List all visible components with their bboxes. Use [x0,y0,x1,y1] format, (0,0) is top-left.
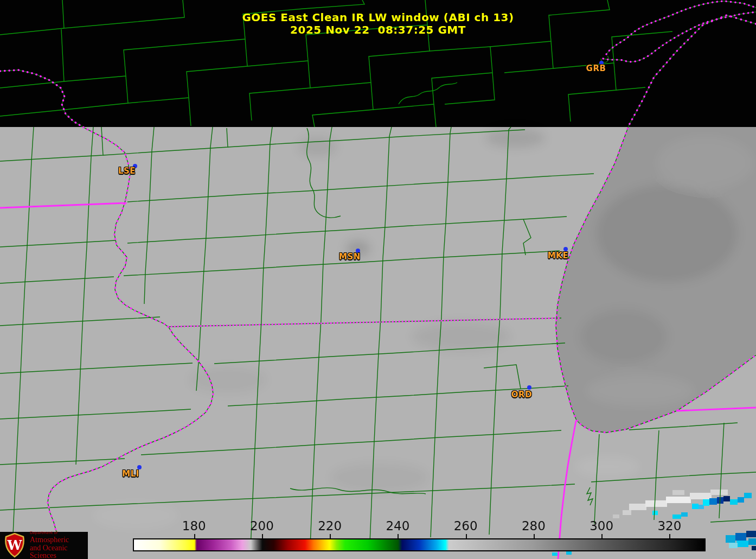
station-label-grb: GRB [586,63,606,73]
logo-name-line-1: Atmospheric [30,536,88,544]
colorbar-tick [466,534,467,538]
station-label-mli: MLI [122,469,139,479]
colorbar-tick-label: 320 [657,519,681,533]
colorbar-tick [601,534,603,538]
satellite-map [0,0,756,559]
station-label-msn: MSN [339,252,361,262]
aos-logo: W Department of Atmospheric and Oceanic … [0,532,88,559]
colorbar-tick [398,534,399,538]
uw-crest-icon: W [3,533,26,558]
colorbar-tick [262,534,263,538]
colorbar-tick-label: 260 [454,519,478,533]
logo-dept-line: Department of [30,531,88,535]
colorbar-tick-label: 240 [386,519,409,533]
colorbar-tick-label: 280 [522,519,546,533]
title-line-2: 2025 Nov 22 08:37:25 GMT [242,24,514,36]
station-label-mke: MKE [548,251,568,261]
station-dot-ord [527,385,531,390]
colorbar-tick [669,534,670,538]
crest-letter: W [7,537,23,553]
logo-name-line-2: and Oceanic Sciences [30,544,88,559]
colorbar-tick-label: 300 [590,519,613,533]
image-title: GOES East Clean IR LW window (ABI ch 13)… [242,11,514,36]
logo-text: Department of Atmospheric and Oceanic Sc… [30,531,88,559]
colorbar-tick [330,534,331,538]
title-line-1: GOES East Clean IR LW window (ABI ch 13) [242,11,514,24]
temperature-colorbar [133,538,706,551]
station-label-ord: ORD [511,390,532,399]
colorbar-tick-label: 200 [250,519,274,533]
colorbar-tick [194,534,195,538]
station-label-lse: LSE [118,166,136,176]
colorbar-tick-label: 180 [182,519,206,533]
colorbar-tick-label: 220 [318,519,342,533]
satellite-image-viewport: GOES East Clean IR LW window (ABI ch 13)… [0,0,756,559]
colorbar-tick [534,534,535,538]
